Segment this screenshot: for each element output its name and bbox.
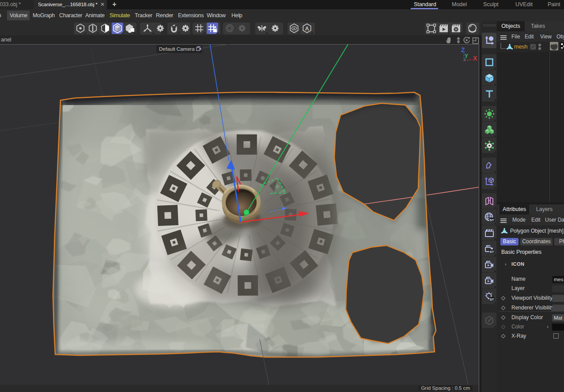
svg-text:ST: ST bbox=[489, 249, 494, 253]
svg-text:ST: ST bbox=[489, 297, 494, 301]
svg-text:ST: ST bbox=[489, 218, 494, 222]
svg-text:A: A bbox=[305, 26, 309, 32]
